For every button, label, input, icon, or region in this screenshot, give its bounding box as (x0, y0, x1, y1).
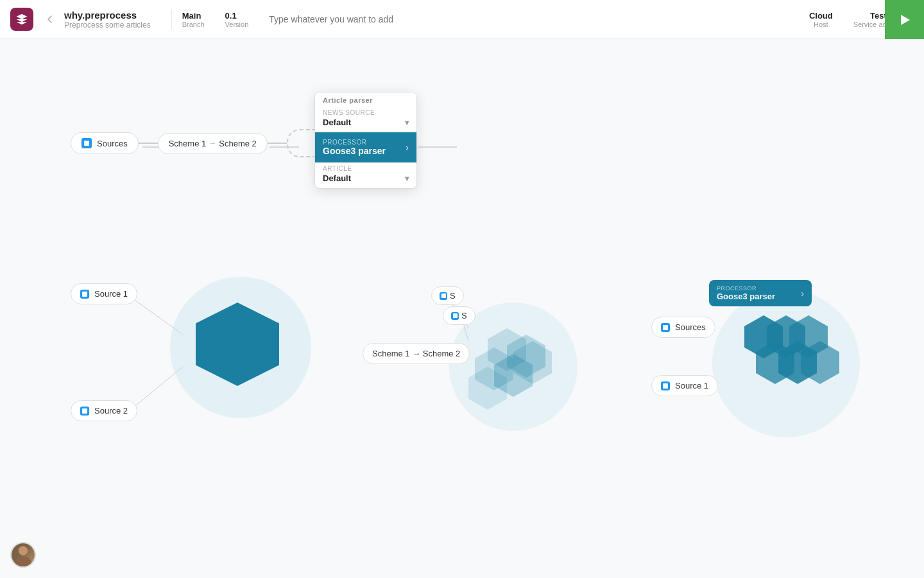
sources-icon (81, 138, 92, 148)
s-node-2[interactable]: S (443, 306, 475, 325)
source1-label: Source 1 (94, 289, 128, 299)
branch-info[interactable]: Main Branch (182, 11, 205, 28)
processor-mini-label: PROCESSOR (717, 285, 775, 292)
svg-rect-10 (82, 408, 87, 414)
source2-icon (80, 407, 89, 416)
header: why.preprocess Preprocess some articles … (0, 0, 924, 39)
cloud-label: Cloud (809, 11, 833, 21)
source2-node-left[interactable]: Source 2 (71, 400, 137, 421)
s1-label: S (450, 291, 456, 301)
news-source-value: Default (323, 118, 351, 127)
user-avatar[interactable] (10, 542, 36, 568)
source1-right-icon (661, 381, 670, 390)
project-desc: Preprocess some articles (64, 21, 151, 30)
svg-rect-17 (441, 293, 446, 298)
sources-node-right[interactable]: Sources (651, 317, 715, 338)
cloud-sub: Host (809, 21, 833, 28)
processor-mini-chevron-icon: › (801, 288, 804, 299)
processor-mini-name: Goose3 parser (717, 292, 775, 301)
scheme-node[interactable]: Scheme 1 → Scheme 2 (158, 133, 268, 154)
project-name: why.preprocess (64, 10, 151, 21)
news-source-section: NEWS SOURCE Default ▾ (315, 107, 416, 132)
sources-node[interactable]: Sources (71, 132, 139, 154)
source1-icon (80, 290, 89, 299)
back-button[interactable] (41, 10, 59, 28)
project-info: why.preprocess Preprocess some articles (64, 10, 151, 30)
svg-rect-25 (663, 325, 668, 330)
article-value: Default (323, 173, 351, 183)
app-logo[interactable] (10, 8, 33, 31)
connector1 (139, 143, 158, 144)
processor-section[interactable]: PROCESSOR Goose3 parser › (315, 132, 416, 162)
svg-rect-8 (84, 141, 89, 146)
arrow-icon: → (209, 139, 216, 148)
cloud-host[interactable]: Cloud Host (809, 11, 833, 28)
svg-rect-9 (82, 292, 87, 297)
sources-right-label: Sources (675, 322, 706, 332)
scheme-pair-label: Scheme 1 → Scheme 2 (372, 349, 460, 358)
version-info[interactable]: 0.1 Version (225, 11, 249, 28)
processor-info: PROCESSOR Goose3 parser (323, 139, 386, 156)
source1-node-right[interactable]: Source 1 (651, 375, 718, 396)
header-divider1 (171, 10, 172, 29)
processor-mini-info: PROCESSOR Goose3 parser (717, 285, 775, 301)
processor-name: Goose3 parser (323, 146, 386, 156)
avatar-image (12, 543, 35, 566)
article-chevron-icon: ▾ (405, 174, 409, 183)
hex-cluster-right (725, 309, 853, 418)
svg-rect-18 (453, 313, 458, 318)
version-sub: Version (225, 21, 249, 28)
svg-point-27 (19, 546, 28, 555)
news-source-select[interactable]: Default ▾ (323, 118, 409, 127)
s2-icon (451, 312, 459, 320)
s-node-1[interactable]: S (431, 286, 464, 305)
connector2 (268, 143, 287, 144)
branch-label: Main (182, 11, 205, 21)
version-label: 0.1 (225, 11, 249, 21)
s1-icon (440, 292, 447, 300)
s2-label: S (461, 311, 467, 320)
canvas: Sources Scheme 1 → Scheme 2 + Article pa… (0, 39, 924, 578)
hex-cluster-center (456, 315, 578, 425)
popover-title: Article parser (315, 92, 416, 107)
news-source-label: NEWS SOURCE (323, 109, 409, 116)
svg-rect-26 (663, 383, 668, 389)
sources-right-icon (661, 323, 670, 332)
branch-sub: Branch (182, 21, 205, 28)
search-input[interactable] (269, 8, 809, 31)
scheme1-label: Scheme 1 (169, 139, 207, 148)
processor-chevron-icon: › (406, 142, 409, 153)
scheme2-label: Scheme 2 (219, 139, 257, 148)
sources-label: Sources (97, 139, 128, 148)
article-section: ARTICLE Default ▾ (315, 162, 416, 188)
article-parser-popover: Article parser NEWS SOURCE Default ▾ PRO… (314, 92, 417, 189)
source1-right-label: Source 1 (675, 381, 708, 390)
source1-node-left[interactable]: Source 1 (71, 283, 137, 304)
article-select[interactable]: Default ▾ (323, 173, 409, 183)
svg-marker-0 (901, 15, 910, 25)
processor-mini-right[interactable]: PROCESSOR Goose3 parser › (709, 280, 812, 306)
svg-point-28 (15, 557, 31, 567)
article-label: ARTICLE (323, 165, 409, 172)
processor-label: PROCESSOR (323, 139, 386, 146)
run-button[interactable] (885, 0, 924, 39)
source2-label: Source 2 (94, 406, 128, 416)
scheme-pair-node[interactable]: Scheme 1 → Scheme 2 (363, 343, 470, 364)
chevron-down-icon: ▾ (405, 118, 409, 127)
